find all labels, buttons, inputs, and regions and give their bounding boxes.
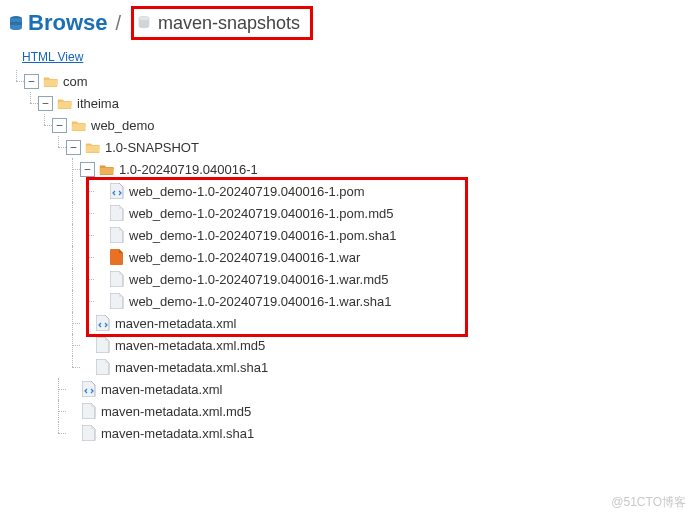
file-icon bbox=[109, 183, 125, 199]
page-title: Browse bbox=[28, 10, 107, 36]
repo-name: maven-snapshots bbox=[156, 11, 306, 36]
tree-row: web_demo-1.0-20240719.040016-1.pom bbox=[10, 180, 692, 202]
tree-row: − 1.0-20240719.040016-1 bbox=[10, 158, 692, 180]
tree-row: maven-metadata.xml bbox=[10, 378, 692, 400]
breadcrumb-separator: / bbox=[107, 12, 131, 35]
tree-file[interactable]: web_demo-1.0-20240719.040016-1.pom.sha1 bbox=[129, 228, 396, 243]
tree-file[interactable]: maven-metadata.xml bbox=[115, 316, 236, 331]
tree-folder-web-demo[interactable]: web_demo bbox=[91, 118, 155, 133]
tree-file[interactable]: web_demo-1.0-20240719.040016-1.pom.md5 bbox=[129, 206, 394, 221]
tree-folder-com[interactable]: com bbox=[63, 74, 88, 89]
tree-folder-itheima[interactable]: itheima bbox=[77, 96, 119, 111]
tree-row: web_demo-1.0-20240719.040016-1.war bbox=[10, 246, 692, 268]
tree-toggle[interactable]: − bbox=[80, 162, 95, 177]
tree-file[interactable]: maven-metadata.xml.md5 bbox=[115, 338, 265, 353]
tree-file[interactable]: web_demo-1.0-20240719.040016-1.war.sha1 bbox=[129, 294, 391, 309]
file-icon bbox=[95, 359, 111, 375]
file-icon bbox=[109, 293, 125, 309]
tree-row: − itheima bbox=[10, 92, 692, 114]
tree-toggle[interactable]: − bbox=[38, 96, 53, 111]
repository-icon bbox=[136, 15, 152, 31]
tree-toggle[interactable]: − bbox=[24, 74, 39, 89]
html-view-link[interactable]: HTML View bbox=[22, 50, 83, 64]
tree-row: web_demo-1.0-20240719.040016-1.war.md5 bbox=[10, 268, 692, 290]
tree-row: maven-metadata.xml bbox=[10, 312, 692, 334]
repository-tree: − com − itheima − web_demo − 1.0-SNAPSHO… bbox=[10, 70, 692, 444]
file-icon bbox=[95, 337, 111, 353]
tree-row: maven-metadata.xml.sha1 bbox=[10, 422, 692, 444]
tree-row: − 1.0-SNAPSHOT bbox=[10, 136, 692, 158]
folder-icon bbox=[99, 161, 115, 177]
file-icon bbox=[81, 381, 97, 397]
watermark: @51CTO博客 bbox=[611, 494, 686, 511]
tree-file[interactable]: maven-metadata.xml bbox=[101, 382, 222, 397]
database-icon bbox=[8, 15, 24, 31]
folder-icon bbox=[71, 117, 87, 133]
tree-row: − web_demo bbox=[10, 114, 692, 136]
tree-file[interactable]: web_demo-1.0-20240719.040016-1.war bbox=[129, 250, 360, 265]
page-header: Browse / maven-snapshots bbox=[0, 0, 692, 42]
tree-file[interactable]: maven-metadata.xml.sha1 bbox=[101, 426, 254, 441]
folder-icon bbox=[43, 73, 59, 89]
html-view-link-wrapper: HTML View bbox=[22, 50, 692, 64]
tree-file[interactable]: maven-metadata.xml.md5 bbox=[101, 404, 251, 419]
tree-row: − com bbox=[10, 70, 692, 92]
tree-row: maven-metadata.xml.md5 bbox=[10, 334, 692, 356]
tree-row: maven-metadata.xml.md5 bbox=[10, 400, 692, 422]
tree-row: web_demo-1.0-20240719.040016-1.pom.sha1 bbox=[10, 224, 692, 246]
file-icon bbox=[109, 271, 125, 287]
tree-toggle[interactable]: − bbox=[66, 140, 81, 155]
tree-file[interactable]: web_demo-1.0-20240719.040016-1.pom bbox=[129, 184, 365, 199]
tree-folder-snapshot[interactable]: 1.0-SNAPSHOT bbox=[105, 140, 199, 155]
folder-icon bbox=[57, 95, 73, 111]
tree-row: web_demo-1.0-20240719.040016-1.pom.md5 bbox=[10, 202, 692, 224]
file-icon bbox=[109, 205, 125, 221]
tree-row: maven-metadata.xml.sha1 bbox=[10, 356, 692, 378]
svg-point-2 bbox=[139, 16, 150, 20]
highlight-repo: maven-snapshots bbox=[131, 6, 313, 40]
file-icon bbox=[95, 315, 111, 331]
file-icon bbox=[109, 249, 125, 265]
tree-folder-build[interactable]: 1.0-20240719.040016-1 bbox=[119, 162, 258, 177]
file-icon bbox=[81, 425, 97, 441]
file-icon bbox=[81, 403, 97, 419]
tree-file[interactable]: maven-metadata.xml.sha1 bbox=[115, 360, 268, 375]
tree-file[interactable]: web_demo-1.0-20240719.040016-1.war.md5 bbox=[129, 272, 388, 287]
folder-icon bbox=[85, 139, 101, 155]
tree-toggle[interactable]: − bbox=[52, 118, 67, 133]
tree-row: web_demo-1.0-20240719.040016-1.war.sha1 bbox=[10, 290, 692, 312]
file-icon bbox=[109, 227, 125, 243]
